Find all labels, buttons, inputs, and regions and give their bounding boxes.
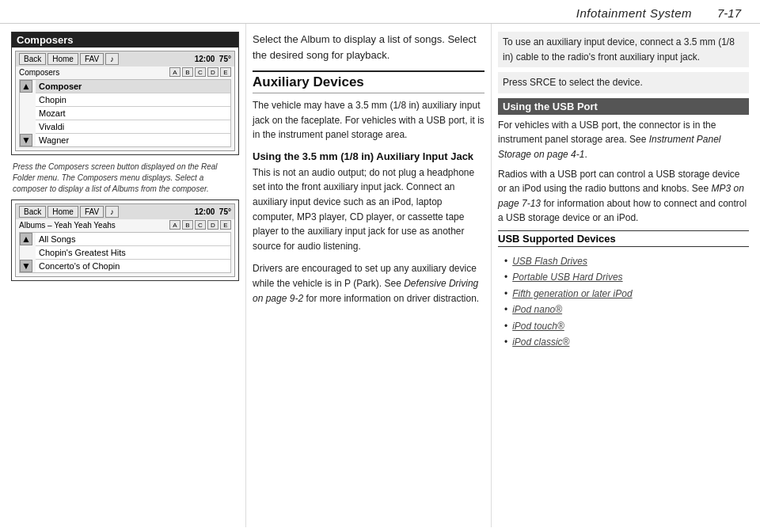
composers-list-items: ComposerChopinMozartVivaldiWagner	[36, 80, 230, 146]
composer-list-item[interactable]: Mozart	[36, 107, 230, 120]
albums-label-row: Albums – Yeah Yeah Yeahs A B C D E	[16, 219, 234, 230]
composer-list-item[interactable]: Composer	[36, 80, 230, 93]
usb-bullet-item: Fifth generation or later iPod	[504, 286, 743, 302]
icon-c: C	[195, 67, 206, 77]
albums-list: ▲▼ All SongsChopin's Greatest HitsConcer…	[19, 232, 231, 273]
composers-list: ▲▼ ComposerChopinMozartVivaldiWagner	[19, 79, 231, 147]
drivers-body: Drivers are encouraged to set up any aux…	[253, 261, 484, 306]
albums-icon-e: E	[220, 220, 231, 230]
radio-time: 12:00 75°	[195, 55, 231, 63]
composer-list-item[interactable]: Chopin	[36, 93, 230, 107]
usb-control-body: Radios with a USB port can control a USB…	[498, 167, 749, 226]
usb-bullet-item: iPod nano®	[504, 302, 743, 317]
albums-fav-button[interactable]: FAV	[80, 206, 104, 218]
composers-nav-down[interactable]: ▼	[20, 134, 32, 146]
albums-music-button[interactable]: ♪	[105, 206, 119, 218]
usb-bullet-list: USB Flash DrivesPortable USB Hard Drives…	[498, 250, 749, 353]
right-column: To use an auxiliary input device, connec…	[491, 24, 760, 527]
home-button[interactable]: Home	[48, 53, 78, 65]
composers-caption: Press the Composers screen button displa…	[13, 162, 238, 195]
album-instruction: Select the Album to display a list of so…	[253, 32, 484, 63]
music-button[interactable]: ♪	[105, 53, 119, 65]
auxiliary-devices-body: The vehicle may have a 3.5 mm (1/8 in) a…	[253, 98, 484, 142]
icon-a: A	[169, 67, 180, 77]
aux-jack-heading: Using the 3.5 mm (1/8 in) Auxiliary Inpu…	[253, 150, 484, 162]
radio-top-bar: Back Home FAV ♪ 12:00 75°	[16, 51, 234, 66]
usb-port-heading: Using the USB Port	[498, 98, 749, 115]
albums-nav-up[interactable]: ▲	[20, 233, 32, 245]
icon-d: D	[207, 67, 218, 77]
albums-icon-c: C	[195, 220, 206, 230]
albums-radio-label: Albums – Yeah Yeah Yeahs	[19, 221, 116, 230]
usb-bullet-item: iPod classic®	[504, 334, 743, 350]
aux-input-text: To use an auxiliary input device, connec…	[498, 32, 749, 67]
composer-list-item[interactable]: Vivaldi	[36, 120, 230, 134]
radio-icons: A B C D E	[169, 67, 231, 77]
aux-jack-body: This is not an audio output; do not plug…	[253, 165, 484, 254]
page-number: 7-17	[717, 6, 741, 20]
albums-back-button[interactable]: Back	[19, 206, 46, 218]
albums-home-button[interactable]: Home	[48, 206, 78, 218]
composers-title: Composers	[12, 32, 238, 48]
usb-port-body: For vehicles with a USB port, the connec…	[498, 118, 749, 162]
albums-radio-time: 12:00 75°	[195, 207, 231, 216]
fav-button[interactable]: FAV	[80, 53, 104, 65]
albums-list-items: All SongsChopin's Greatest HitsConcerto'…	[36, 233, 230, 272]
albums-radio-top-bar: Back Home FAV ♪ 12:00 75°	[16, 204, 234, 219]
composers-nav-up[interactable]: ▲	[20, 80, 32, 93]
left-column: Composers Back Home FAV ♪ 12:00 75° Comp…	[0, 24, 245, 527]
albums-radio-icons: A B C D E	[169, 220, 231, 230]
composers-radio-ui: Back Home FAV ♪ 12:00 75° Composers A B …	[15, 51, 235, 151]
back-button[interactable]: Back	[19, 53, 46, 65]
albums-icon-a: A	[169, 220, 180, 230]
album-list-item[interactable]: Chopin's Greatest Hits	[36, 246, 230, 260]
page-header: Infotainment System 7-17	[0, 0, 760, 24]
usb-bullet-item: USB Flash Drives	[504, 253, 743, 269]
albums-section: Back Home FAV ♪ 12:00 75° Albums – Yeah …	[11, 200, 239, 281]
album-list-item[interactable]: All Songs	[36, 233, 230, 246]
usb-supported-heading: USB Supported Devices	[498, 230, 749, 247]
albums-icon-b: B	[182, 220, 193, 230]
middle-column: Select the Album to display a list of so…	[245, 24, 491, 527]
icon-e: E	[220, 67, 231, 77]
radio-label-row: Composers A B C D E	[16, 66, 234, 78]
composers-list-wrapper: ▲▼ ComposerChopinMozartVivaldiWagner	[16, 78, 234, 150]
album-list-item[interactable]: Concerto's of Chopin	[36, 260, 230, 272]
composer-list-item[interactable]: Wagner	[36, 134, 230, 146]
radio-label: Composers	[19, 68, 59, 77]
usb-bullet-item: Portable USB Hard Drives	[504, 269, 743, 285]
albums-nav-down[interactable]: ▼	[20, 260, 32, 272]
main-content: Composers Back Home FAV ♪ 12:00 75° Comp…	[0, 24, 760, 527]
albums-radio-ui: Back Home FAV ♪ 12:00 75° Albums – Yeah …	[15, 203, 235, 277]
auxiliary-devices-heading: Auxiliary Devices	[253, 70, 484, 93]
icon-b: B	[182, 67, 193, 77]
chapter-title: Infotainment System	[576, 6, 692, 20]
albums-icon-d: D	[207, 220, 218, 230]
usb-bullet-item: iPod touch®	[504, 318, 743, 334]
composers-section: Composers Back Home FAV ♪ 12:00 75° Comp…	[11, 32, 239, 155]
press-srce-text: Press SRCE to select the device.	[498, 72, 749, 93]
